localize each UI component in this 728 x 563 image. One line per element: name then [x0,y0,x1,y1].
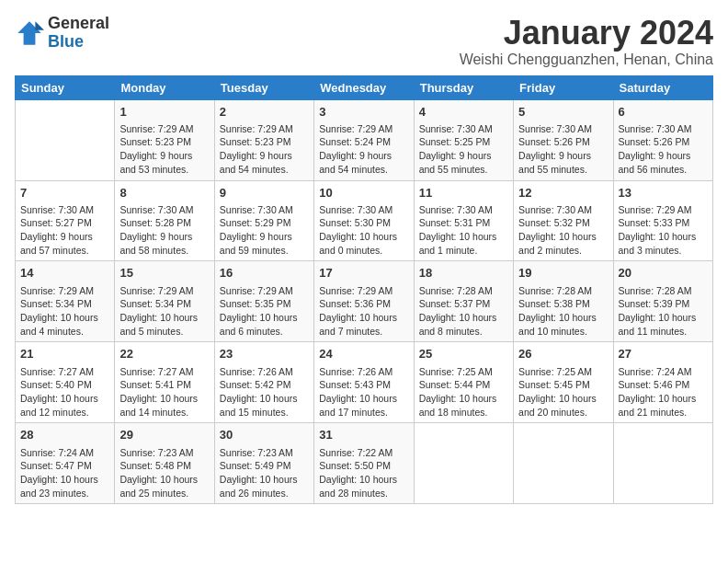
calendar-cell: 5Sunrise: 7:30 AMSunset: 5:26 PMDaylight… [514,99,613,180]
day-info: Sunrise: 7:22 AMSunset: 5:50 PMDaylight:… [319,446,408,500]
calendar-cell: 13Sunrise: 7:29 AMSunset: 5:33 PMDayligh… [613,180,712,261]
day-number: 25 [419,346,508,362]
day-info: Sunrise: 7:29 AMSunset: 5:35 PMDaylight:… [220,284,309,339]
day-info: Sunrise: 7:29 AMSunset: 5:23 PMDaylight:… [119,122,209,177]
calendar-cell: 14Sunrise: 7:29 AMSunset: 5:34 PMDayligh… [16,261,115,342]
day-info: Sunrise: 7:28 AMSunset: 5:38 PMDaylight:… [518,284,608,339]
day-header-sunday: Sunday [16,75,115,99]
day-info: Sunrise: 7:30 AMSunset: 5:26 PMDaylight:… [518,122,608,177]
calendar-cell [16,99,115,180]
calendar-cell: 1Sunrise: 7:29 AMSunset: 5:23 PMDaylight… [115,99,214,180]
calendar-cell: 29Sunrise: 7:23 AMSunset: 5:48 PMDayligh… [115,423,214,504]
calendar-title: January 2024 [460,15,713,52]
day-header-tuesday: Tuesday [214,75,313,99]
day-number: 4 [419,104,508,121]
calendar-cell: 31Sunrise: 7:22 AMSunset: 5:50 PMDayligh… [314,423,414,504]
day-number: 12 [518,185,608,201]
svg-marker-1 [35,21,44,30]
calendar-cell: 11Sunrise: 7:30 AMSunset: 5:31 PMDayligh… [414,180,513,261]
day-info: Sunrise: 7:29 AMSunset: 5:34 PMDaylight:… [119,284,209,339]
day-info: Sunrise: 7:30 AMSunset: 5:28 PMDaylight:… [119,203,209,258]
day-info: Sunrise: 7:27 AMSunset: 5:40 PMDaylight:… [20,365,109,419]
day-info: Sunrise: 7:30 AMSunset: 5:26 PMDaylight:… [619,122,708,177]
day-number: 21 [20,346,109,362]
calendar-cell: 6Sunrise: 7:30 AMSunset: 5:26 PMDaylight… [613,99,712,180]
calendar-subtitle: Weishi Chengguanzhen, Henan, China [460,52,713,68]
calendar-cell: 20Sunrise: 7:28 AMSunset: 5:39 PMDayligh… [613,261,712,342]
day-number: 23 [220,346,309,362]
day-number: 30 [220,427,309,443]
calendar-cell: 19Sunrise: 7:28 AMSunset: 5:38 PMDayligh… [514,261,613,342]
day-number: 24 [319,346,408,362]
day-number: 20 [619,265,708,282]
logo: General Blue [15,15,109,52]
day-number: 8 [119,185,209,201]
calendar-cell: 15Sunrise: 7:29 AMSunset: 5:34 PMDayligh… [115,261,214,342]
calendar-week-row: 7Sunrise: 7:30 AMSunset: 5:27 PMDaylight… [16,180,713,261]
day-number: 2 [220,104,309,121]
calendar-cell: 28Sunrise: 7:24 AMSunset: 5:47 PMDayligh… [16,423,115,504]
day-info: Sunrise: 7:23 AMSunset: 5:49 PMDaylight:… [220,446,309,500]
day-number: 11 [419,185,508,201]
day-number: 15 [119,265,209,282]
day-number: 26 [518,346,608,362]
day-info: Sunrise: 7:24 AMSunset: 5:47 PMDaylight:… [20,446,109,500]
day-info: Sunrise: 7:30 AMSunset: 5:27 PMDaylight:… [20,203,109,258]
day-number: 3 [319,104,408,121]
day-number: 13 [619,185,708,201]
day-info: Sunrise: 7:27 AMSunset: 5:41 PMDaylight:… [119,365,209,419]
calendar-cell: 3Sunrise: 7:29 AMSunset: 5:24 PMDaylight… [314,99,414,180]
day-number: 7 [20,185,109,201]
calendar-cell: 9Sunrise: 7:30 AMSunset: 5:29 PMDaylight… [214,180,313,261]
day-info: Sunrise: 7:24 AMSunset: 5:46 PMDaylight:… [619,365,708,419]
calendar-cell: 25Sunrise: 7:25 AMSunset: 5:44 PMDayligh… [414,342,513,423]
calendar-cell: 10Sunrise: 7:30 AMSunset: 5:30 PMDayligh… [314,180,414,261]
day-number: 22 [119,346,209,362]
day-header-monday: Monday [115,75,214,99]
logo-icon [15,18,44,48]
day-info: Sunrise: 7:30 AMSunset: 5:30 PMDaylight:… [319,203,408,258]
day-number: 18 [419,265,508,282]
day-number: 9 [220,185,309,201]
day-info: Sunrise: 7:25 AMSunset: 5:44 PMDaylight:… [419,365,508,419]
day-info: Sunrise: 7:29 AMSunset: 5:33 PMDaylight:… [619,203,708,258]
day-number: 1 [119,104,209,121]
day-info: Sunrise: 7:28 AMSunset: 5:39 PMDaylight:… [619,284,708,339]
day-info: Sunrise: 7:29 AMSunset: 5:23 PMDaylight:… [220,122,309,177]
day-info: Sunrise: 7:25 AMSunset: 5:45 PMDaylight:… [518,365,608,419]
day-number: 27 [619,346,708,362]
day-info: Sunrise: 7:26 AMSunset: 5:43 PMDaylight:… [319,365,408,419]
day-number: 16 [220,265,309,282]
calendar-cell: 24Sunrise: 7:26 AMSunset: 5:43 PMDayligh… [314,342,414,423]
calendar-cell: 22Sunrise: 7:27 AMSunset: 5:41 PMDayligh… [115,342,214,423]
calendar-cell: 7Sunrise: 7:30 AMSunset: 5:27 PMDaylight… [16,180,115,261]
calendar-cell [514,423,613,504]
day-number: 29 [119,427,209,443]
calendar-cell [414,423,513,504]
day-number: 6 [619,104,708,121]
calendar-cell: 23Sunrise: 7:26 AMSunset: 5:42 PMDayligh… [214,342,313,423]
day-header-wednesday: Wednesday [314,75,414,99]
calendar-week-row: 21Sunrise: 7:27 AMSunset: 5:40 PMDayligh… [16,342,713,423]
calendar-table: SundayMondayTuesdayWednesdayThursdayFrid… [15,75,713,505]
day-number: 28 [20,427,109,443]
day-info: Sunrise: 7:29 AMSunset: 5:34 PMDaylight:… [20,284,109,339]
day-header-friday: Friday [514,75,613,99]
day-header-thursday: Thursday [414,75,513,99]
calendar-cell: 16Sunrise: 7:29 AMSunset: 5:35 PMDayligh… [214,261,313,342]
calendar-cell: 8Sunrise: 7:30 AMSunset: 5:28 PMDaylight… [115,180,214,261]
day-info: Sunrise: 7:29 AMSunset: 5:24 PMDaylight:… [319,122,408,177]
day-info: Sunrise: 7:26 AMSunset: 5:42 PMDaylight:… [220,365,309,419]
calendar-cell [613,423,712,504]
title-block: January 2024 Weishi Chengguanzhen, Henan… [460,15,713,68]
day-header-saturday: Saturday [613,75,712,99]
calendar-cell: 21Sunrise: 7:27 AMSunset: 5:40 PMDayligh… [16,342,115,423]
logo-text: General Blue [48,15,109,52]
calendar-header-row: SundayMondayTuesdayWednesdayThursdayFrid… [16,75,713,99]
day-number: 5 [518,104,608,121]
day-number: 19 [518,265,608,282]
calendar-body: 1Sunrise: 7:29 AMSunset: 5:23 PMDaylight… [16,99,713,504]
day-info: Sunrise: 7:23 AMSunset: 5:48 PMDaylight:… [119,446,209,500]
calendar-cell: 27Sunrise: 7:24 AMSunset: 5:46 PMDayligh… [613,342,712,423]
day-info: Sunrise: 7:28 AMSunset: 5:37 PMDaylight:… [419,284,508,339]
